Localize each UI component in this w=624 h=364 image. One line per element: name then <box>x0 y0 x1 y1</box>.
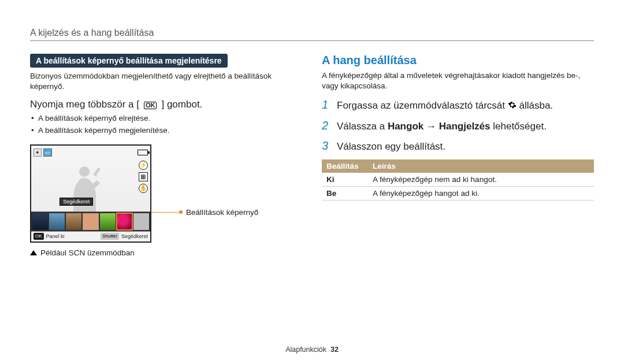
option-name: Ki <box>322 173 368 187</box>
step-number: 3 <box>322 139 332 153</box>
sound-heading: A hang beállítása <box>322 54 594 67</box>
step-row: 3 Válasszon egy beállítást. <box>322 139 594 153</box>
overlay-badge: Segédkeret <box>60 198 93 206</box>
quality-icon: ▦ <box>139 172 148 181</box>
two-column-layout: A beállítások képernyő beállítása megjel… <box>30 54 594 257</box>
callout-label: Beállítások képernyő <box>186 208 258 217</box>
col-header: Beállítás <box>322 159 368 173</box>
thumbnail <box>32 213 48 230</box>
section-pill: A beállítások képernyő beállítása megjel… <box>30 54 228 68</box>
shutter-key-label: Shutter <box>101 233 119 240</box>
step-text: Válasszon egy beállítást. <box>337 141 445 153</box>
footer-section: Alapfunkciók <box>285 346 326 354</box>
triangle-up-icon <box>30 250 37 255</box>
thumbnail <box>100 213 116 230</box>
step-text-suffix: ] gombot. <box>161 99 202 110</box>
camera-lcd: ✦ ▭ ⚡ ▦ ✋ <box>30 144 151 243</box>
flash-icon: ⚡ <box>139 161 148 170</box>
step-text: Válassza a Hangok → Hangjelzés lehetőség… <box>337 121 547 132</box>
option-desc: A fényképezőgép nem ad ki hangot. <box>368 173 594 187</box>
leader-dot-icon <box>179 210 183 214</box>
table-row: Ki A fényképezőgép nem ad ki hangot. <box>322 173 594 187</box>
callout-leader: Beállítások képernyő <box>150 208 258 217</box>
scene-mode-icon: ▭ <box>43 148 52 157</box>
thumbnail <box>49 213 65 230</box>
lcd-figure: ✦ ▭ ⚡ ▦ ✋ <box>30 144 302 243</box>
movie-mode-icon: ✦ <box>34 148 42 157</box>
step-row: 1 Forgassa az üzemmódválasztó tárcsát ál… <box>322 98 594 112</box>
thumbnail <box>66 213 81 230</box>
leader-line <box>150 212 183 213</box>
table-header-row: Beállítás Leírás <box>322 159 594 173</box>
bullet-list: A beállítások képernyő elrejtése. A beál… <box>30 113 302 136</box>
bullet-item: A beállítások képernyő elrejtése. <box>30 113 302 124</box>
page-footer: Alapfunkciók 32 <box>0 346 624 354</box>
step-row: 2 Válassza a Hangok → Hangjelzés lehetős… <box>322 119 594 132</box>
option-name: Be <box>322 187 368 200</box>
guide-frame-label: Segédkeret <box>121 233 148 239</box>
press-ok-instruction: Nyomja meg többször a [ OK ] gombot. <box>30 99 302 110</box>
header-title: A kijelzés és a hang beállítása <box>30 28 594 38</box>
footer-page-number: 32 <box>330 346 339 354</box>
right-column: A hang beállítása A fényképezőgép által … <box>322 54 594 257</box>
right-intro: A fényképezőgép által a műveletek végreh… <box>322 70 594 91</box>
step-number: 1 <box>322 98 332 112</box>
thumbnail-selected <box>117 213 132 230</box>
thumbnail <box>133 213 149 230</box>
step-text-prefix: Nyomja meg többször a [ <box>30 99 139 110</box>
col-header: Leírás <box>368 159 594 173</box>
manual-page: A kijelzés és a hang beállítása A beállí… <box>0 0 624 364</box>
bullet-item: A beállítások képernyő megjelenítése. <box>30 125 302 136</box>
gear-icon <box>508 101 517 112</box>
panel-off-label: Panel ki <box>46 233 65 239</box>
battery-icon <box>138 150 148 155</box>
lcd-footer: OK Panel ki Shutter Segédkeret <box>31 231 150 242</box>
hand-icon: ✋ <box>139 184 148 193</box>
caption-text: Például SCN üzemmódban <box>40 248 135 257</box>
left-column: A beállítások képernyő beállítása megjel… <box>30 54 302 257</box>
step-number: 2 <box>322 119 332 132</box>
thumbnail <box>83 213 98 230</box>
lcd-body: ⚡ ▦ ✋ Segédkeret <box>31 159 150 211</box>
table-row: Be A fényképezőgép hangot ad ki. <box>322 187 594 200</box>
ok-key-label: OK <box>34 233 44 240</box>
left-intro: Bizonyos üzemmódokban megjeleníthető vag… <box>30 71 302 92</box>
arrow-right-icon: → <box>426 121 436 132</box>
options-table: Beállítás Leírás Ki A fényképezőgép nem … <box>322 159 594 200</box>
lcd-side-icons: ⚡ ▦ ✋ <box>138 159 150 211</box>
option-desc: A fényképezőgép hangot ad ki. <box>368 187 594 200</box>
step-text: Forgassa az üzemmódválasztó tárcsát állá… <box>337 100 553 112</box>
ok-key-icon: OK <box>144 102 157 109</box>
figure-caption: Például SCN üzemmódban <box>30 248 302 257</box>
header-rule <box>30 40 594 41</box>
lcd-top-bar: ✦ ▭ <box>31 146 150 159</box>
page-header: A kijelzés és a hang beállítása <box>30 28 594 41</box>
thumbnail-strip <box>31 211 150 231</box>
